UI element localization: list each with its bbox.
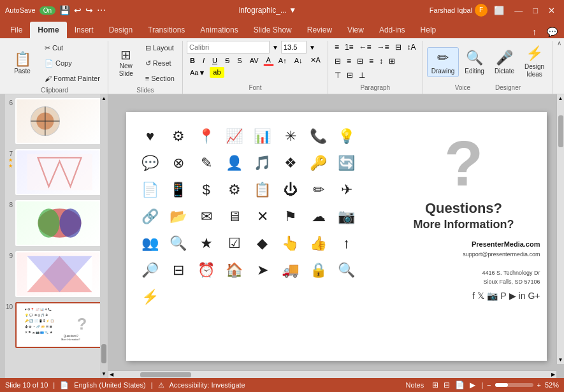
restore-window-button[interactable]: ⬜ [490,4,508,17]
underline-button[interactable]: U [209,55,221,66]
tab-design[interactable]: Design [101,22,140,38]
slide-img-7[interactable] [15,149,104,195]
font-family-input[interactable] [187,41,270,54]
zoom-out-button[interactable]: − [487,381,491,389]
autosave-toggle[interactable]: On [40,6,55,15]
align-top-button[interactable]: ⊤ [332,69,343,82]
reading-view-button[interactable]: 📄 [453,380,466,390]
text-direction-button[interactable]: ↕A [405,41,419,54]
align-right-button[interactable]: ⊟ [354,55,366,68]
customize-icon[interactable]: ⋯ [97,5,106,15]
shadow-button[interactable]: S [234,55,245,66]
slide-thumb-8[interactable]: 8 [3,199,105,247]
tab-help[interactable]: Help [413,22,444,38]
convert-to-smartart-button[interactable]: ⊞ [386,55,398,68]
align-center-button[interactable]: ≡ [344,55,354,68]
scroll-up-arrow[interactable]: ▲ [100,94,108,103]
editing-button[interactable]: 🔍 Editing [460,47,489,77]
align-bottom-button[interactable]: ⊥ [356,69,368,82]
slide-thumb-9[interactable]: 9 [3,250,105,298]
scroll-thumb[interactable] [101,344,106,363]
reset-button[interactable]: ↺ Reset [141,56,178,70]
decrease-font-button[interactable]: A↓ [291,55,306,66]
zoom-slider[interactable] [495,383,533,387]
slide-img-8[interactable] [15,200,104,246]
canvas-scroll-thumb[interactable] [558,115,563,147]
strikethrough-button[interactable]: S [222,55,233,66]
slide-thumb-10[interactable]: 10 ♥ ⚙ 📍 📈 📊 ✳ 📞 💡 💬 ⊗ ◎ 🎵 ❖ 🔑 🔄 📄 📱 $ ⚡… [3,301,105,349]
tab-file[interactable]: File [3,22,30,38]
tab-insert[interactable]: Insert [67,22,101,38]
slide-thumb-7[interactable]: 7 ★ [3,148,105,196]
ribbon-collapse-button[interactable]: ∧ [557,40,561,47]
cut-button[interactable]: ✂ Cut [41,41,104,55]
undo-icon[interactable]: ↩ [74,5,82,15]
canvas-scroll-down[interactable]: ▼ [557,356,564,364]
minimize-button[interactable]: — [510,4,526,17]
clear-format-button[interactable]: ✕A [307,55,324,66]
canvas-scroll-left[interactable]: ◀ [108,370,115,378]
close-button[interactable]: ✕ [544,4,559,17]
slide-sorter-button[interactable]: ⊟ [442,380,452,390]
bullets-button[interactable]: ≡ [332,41,342,54]
align-middle-button[interactable]: ⊟ [344,69,356,82]
slide-panel-scrollbar[interactable] [0,94,5,378]
justify-button[interactable]: ≡ [366,55,376,68]
tab-animations[interactable]: Animations [192,22,245,38]
highlight-button[interactable]: ab [210,67,224,78]
canvas-hscroll[interactable]: ◀ ▶ [108,370,556,378]
comments-icon[interactable]: 💬 [543,25,561,38]
format-painter-button[interactable]: 🖌 Format Painter [41,71,104,85]
slide-canvas[interactable]: ♥ ⚙ 📍 📈 📊 ✳ 📞 💡 💬 ⊗ ✎ 👤 🎵 ❖ 🔑 [126,112,547,361]
canvas-scroll-up[interactable]: ▲ [557,94,564,103]
notes-button[interactable]: Notes [403,381,426,389]
tab-view[interactable]: View [340,22,372,38]
zoom-level[interactable]: 52% [545,381,559,389]
increase-font-button[interactable]: A↑ [275,55,290,66]
line-spacing-button[interactable]: ↕ [377,55,386,68]
canvas-vscroll[interactable]: ▲ ▼ [556,94,564,364]
change-case-button[interactable]: Aa▼ [187,68,208,78]
design-ideas-button[interactable]: ⚡ DesignIdeas [520,43,549,81]
zoom-slider-thumb[interactable] [495,383,508,387]
slide-panel-vscroll[interactable]: ▲ ▼ [100,94,108,378]
slide-img-9[interactable] [15,251,104,297]
font-color-button[interactable]: A [263,55,274,66]
font-size-expand-icon[interactable]: ▼ [308,43,317,52]
save-icon[interactable]: 💾 [59,5,70,15]
paste-button[interactable]: 📋 Paste [5,43,40,83]
maximize-button[interactable]: □ [529,4,542,17]
slideshow-button[interactable]: ▶ [468,380,477,390]
drawing-button[interactable]: ✏ Drawing [427,47,459,77]
tab-slideshow[interactable]: Slide Show [246,22,300,38]
align-left-button[interactable]: ⊟ [332,55,343,68]
font-size-input[interactable] [281,41,307,54]
increase-indent-button[interactable]: →≡ [375,41,392,54]
tab-addins[interactable]: Add-ins [372,22,413,38]
normal-view-button[interactable]: ⊞ [430,380,440,390]
italic-button[interactable]: I [199,55,208,66]
scroll-down-arrow[interactable]: ▼ [100,370,108,378]
canvas-scroll-right[interactable]: ▶ [550,370,556,378]
share-icon[interactable]: ↑ [528,25,540,38]
redo-icon[interactable]: ↪ [85,5,93,15]
copy-button[interactable]: 📄 Copy [41,56,104,70]
canvas-hscroll-thumb[interactable] [140,372,191,377]
decrease-indent-button[interactable]: ←≡ [357,41,374,54]
dictate-button[interactable]: 🎤 Dictate [490,47,519,77]
slide-img-10[interactable]: ♥ ⚙ 📍 📈 📊 ✳ 📞 💡 💬 ⊗ ◎ 🎵 ❖ 🔑 🔄 📄 📱 $ ⚡ 📋 … [15,302,104,348]
section-button[interactable]: ≡ Section [141,71,178,85]
tab-transitions[interactable]: Transitions [140,22,192,38]
char-spacing-button[interactable]: AV [247,55,262,66]
tab-home[interactable]: Home [30,22,66,38]
numbering-button[interactable]: 1≡ [342,41,356,54]
font-expand-icon[interactable]: ▼ [271,43,280,52]
tab-review[interactable]: Review [300,22,340,38]
zoom-in-button[interactable]: + [537,381,541,389]
columns-button[interactable]: ⊟ [393,41,404,54]
new-slide-button[interactable]: ⊞ NewSlide [112,46,140,80]
bold-button[interactable]: B [187,55,198,66]
layout-button[interactable]: ⊟ Layout [141,41,178,55]
slide-img-6[interactable] [15,98,104,144]
slide-thumb-6[interactable]: 6 [3,97,105,145]
